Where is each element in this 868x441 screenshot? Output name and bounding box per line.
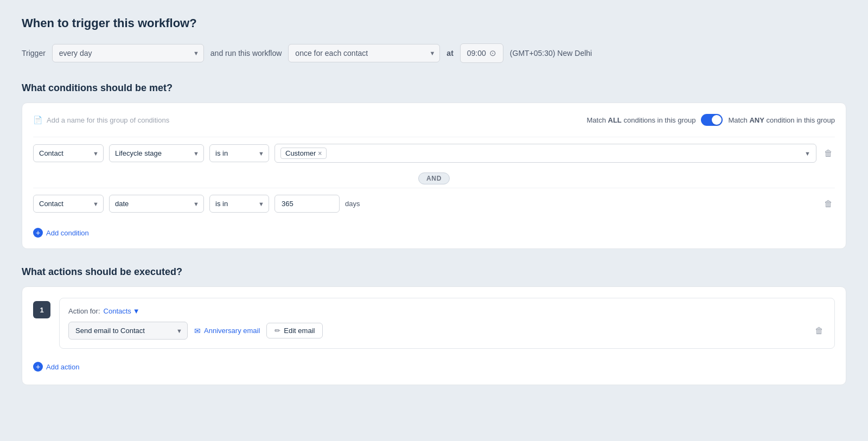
mail-icon: ✉	[194, 327, 201, 335]
actions-section-title: What actions should be executed?	[22, 266, 846, 278]
recurrence-select-wrapper: once for each contactevery time ▼	[288, 44, 440, 62]
cond1-operator-select[interactable]: is in	[209, 144, 269, 162]
recurrence-select[interactable]: once for each contactevery time	[288, 44, 440, 62]
customer-tag: Customer ×	[280, 148, 327, 159]
trigger-row: Trigger every dayevery weekevery month ▼…	[22, 43, 846, 63]
frequency-select-wrapper: every dayevery weekevery month ▼	[52, 44, 204, 62]
cond1-entity-select[interactable]: Contact	[33, 144, 104, 162]
time-value: 09:00	[467, 49, 486, 57]
trigger-label: Trigger	[22, 49, 46, 57]
pencil-icon: ✏	[275, 327, 280, 335]
cond1-delete-button[interactable]: 🗑	[822, 146, 835, 161]
edit-email-label: Edit email	[284, 327, 315, 335]
document-icon: 📄	[33, 116, 42, 124]
cond2-operator-select[interactable]: is in	[209, 195, 269, 213]
customer-tag-label: Customer	[285, 149, 316, 157]
conditions-card: 📄 Add a name for this group of condition…	[22, 103, 846, 249]
frequency-select[interactable]: every dayevery weekevery month	[52, 44, 204, 62]
action-delete-button[interactable]: 🗑	[813, 324, 826, 338]
add-condition-button[interactable]: + Add condition	[33, 223, 89, 238]
group-name-placeholder-text: Add a name for this group of conditions	[47, 116, 169, 124]
time-field: 09:00 ⊙	[460, 43, 503, 63]
action-type-wrapper: Send email to ContactSend SMSUpdate Cont…	[68, 322, 188, 340]
edit-email-button[interactable]: ✏ Edit email	[266, 323, 323, 338]
conditions-header: 📄 Add a name for this group of condition…	[33, 114, 835, 126]
and-run-label: and run this workflow	[210, 49, 282, 57]
customer-tag-remove[interactable]: ×	[318, 150, 322, 157]
action-content: Action for: Contacts ▼ Send email to Con…	[59, 298, 835, 349]
condition-row-2: Contact ▼ date ▼ is in ▼ days 🗑	[33, 188, 835, 219]
step-badge: 1	[33, 301, 50, 318]
cond1-value-arrow: ▼	[805, 150, 810, 157]
anniversary-email-label: Anniversary email	[204, 327, 260, 335]
clock-icon: ⊙	[489, 48, 496, 58]
cond2-entity-select[interactable]: Contact	[33, 195, 104, 213]
page-title: When to trigger this workflow?	[22, 16, 846, 30]
timezone-label: (GMT+05:30) New Delhi	[510, 49, 592, 57]
cond2-field-select[interactable]: date	[109, 195, 204, 213]
cond2-entity-wrapper: Contact ▼	[33, 195, 104, 213]
add-action-plus-icon: +	[33, 362, 43, 372]
condition-row-1: Contact ▼ Lifecycle stage ▼ is in ▼ Cust…	[33, 137, 835, 169]
action-for-row: Action for: Contacts ▼	[68, 307, 826, 315]
add-condition-label: Add condition	[46, 229, 89, 237]
and-divider: AND	[33, 169, 835, 188]
match-toggle-area: Match ALL conditions in this group Match…	[587, 114, 835, 126]
match-any-label: Match ANY condition in this group	[728, 116, 835, 124]
group-name-area: 📄 Add a name for this group of condition…	[33, 116, 169, 124]
cond1-operator-wrapper: is in ▼	[209, 144, 269, 162]
match-all-label: Match ALL conditions in this group	[587, 116, 696, 124]
add-action-label: Add action	[46, 363, 79, 371]
add-condition-plus-icon: +	[33, 228, 43, 238]
at-label: at	[446, 49, 453, 57]
cond2-days-label: days	[345, 200, 360, 208]
cond1-value-field[interactable]: Customer × ▼	[275, 144, 816, 163]
contacts-link-label: Contacts	[104, 307, 131, 315]
action-fields-row: Send email to ContactSend SMSUpdate Cont…	[68, 322, 826, 340]
cond1-entity-wrapper: Contact ▼	[33, 144, 104, 162]
conditions-section-title: What conditions should be met?	[22, 82, 846, 94]
action-for-label: Action for:	[68, 307, 100, 315]
contacts-dropdown-arrow: ▼	[133, 307, 140, 315]
cond2-value-input[interactable]	[275, 195, 340, 213]
and-badge: AND	[418, 172, 450, 184]
cond2-field-wrapper: date ▼	[109, 195, 204, 213]
actions-card: 1 Action for: Contacts ▼ Send email to C…	[22, 286, 846, 385]
cond1-field-wrapper: Lifecycle stage ▼	[109, 144, 204, 162]
action-wrapper-1: 1 Action for: Contacts ▼ Send email to C…	[33, 298, 835, 349]
match-toggle[interactable]	[701, 114, 723, 126]
anniversary-email-button[interactable]: ✉ Anniversary email	[194, 327, 260, 335]
cond2-delete-button[interactable]: 🗑	[822, 197, 835, 211]
action-type-select[interactable]: Send email to ContactSend SMSUpdate Cont…	[68, 322, 188, 340]
add-action-button[interactable]: + Add action	[33, 360, 835, 374]
cond2-operator-wrapper: is in ▼	[209, 195, 269, 213]
toggle-knob	[712, 115, 722, 125]
cond1-field-select[interactable]: Lifecycle stage	[109, 144, 204, 162]
contacts-link[interactable]: Contacts ▼	[104, 307, 140, 315]
